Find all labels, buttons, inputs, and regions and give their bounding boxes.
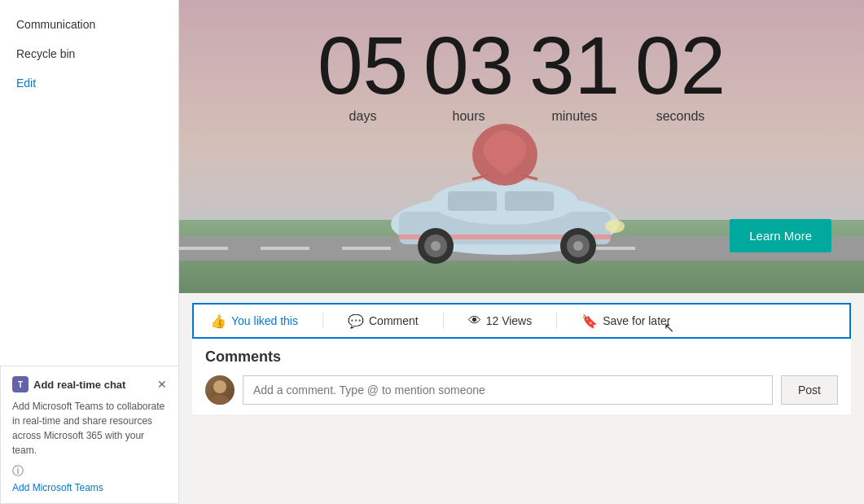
user-avatar [205,375,235,405]
countdown-days: 05 days [310,24,416,124]
sidebar-item-communication[interactable]: Communication [0,10,178,39]
comment-action[interactable]: 💬 Comment [348,313,419,329]
comment-input[interactable] [243,375,773,405]
thumbs-up-icon: 👍 [210,313,226,329]
svg-point-26 [209,395,230,405]
sidebar: Communication Recycle bin Edit T Add rea… [0,0,179,504]
chat-panel-title: T Add real-time chat [12,376,125,392]
chat-panel-body: Add Microsoft Teams to collaborate in re… [12,399,167,458]
chat-panel-header: T Add real-time chat ✕ [12,376,167,392]
countdown-minutes: 31 minutes [522,24,628,124]
days-label: days [349,109,377,124]
sidebar-edit-link[interactable]: Edit [0,68,178,98]
hours-value: 03 [423,24,514,106]
seconds-value: 02 [635,24,726,106]
chat-panel: T Add real-time chat ✕ Add Microsoft Tea… [0,366,179,504]
views-action: 👁 12 Views [468,313,533,328]
action-separator-1 [322,313,323,329]
minutes-label: minutes [551,109,597,124]
chat-panel-close-button[interactable]: ✕ [157,378,167,391]
hours-label: hours [452,109,485,124]
info-icon: ⓘ [12,464,167,479]
comments-title: Comments [205,348,838,366]
comment-label: Comment [369,314,419,327]
countdown-seconds: 02 seconds [628,24,734,124]
sidebar-item-communication-label: Communication [16,18,95,31]
action-separator-3 [556,313,557,329]
action-bar: 👍 You liked this 💬 Comment 👁 12 Views 🔖 … [192,303,851,339]
countdown-hours: 03 hours [416,24,522,124]
post-comment-button[interactable]: Post [781,375,838,405]
comment-input-row: Post [205,375,838,405]
teams-icon: T [12,376,29,392]
action-separator-2 [443,313,444,329]
countdown-numbers: 05 days 03 hours 31 minutes 02 seconds [179,24,864,124]
add-microsoft-teams-link[interactable]: Add Microsoft Teams [12,482,167,493]
views-icon: 👁 [468,313,481,328]
like-action[interactable]: 👍 You liked this [210,313,298,329]
hero-banner: 05 days 03 hours 31 minutes 02 seconds L… [179,0,864,293]
sidebar-item-recycle-bin[interactable]: Recycle bin [0,39,178,68]
like-label: You liked this [231,314,298,327]
comments-section: Comments Post [192,339,851,414]
views-label: 12 Views [486,314,533,327]
days-value: 05 [318,24,408,106]
sidebar-item-recycle-bin-label: Recycle bin [16,47,75,60]
main-content: 05 days 03 hours 31 minutes 02 seconds L… [179,0,864,504]
bookmark-icon: 🔖 [581,313,598,329]
svg-point-25 [213,380,226,393]
seconds-label: seconds [656,109,705,124]
learn-more-button[interactable]: Learn More [730,219,831,252]
comment-icon: 💬 [348,313,364,329]
save-later-label: Save for later [603,314,670,327]
save-later-action[interactable]: 🔖 Save for later ↖ [581,313,670,329]
minutes-value: 31 [529,24,620,106]
